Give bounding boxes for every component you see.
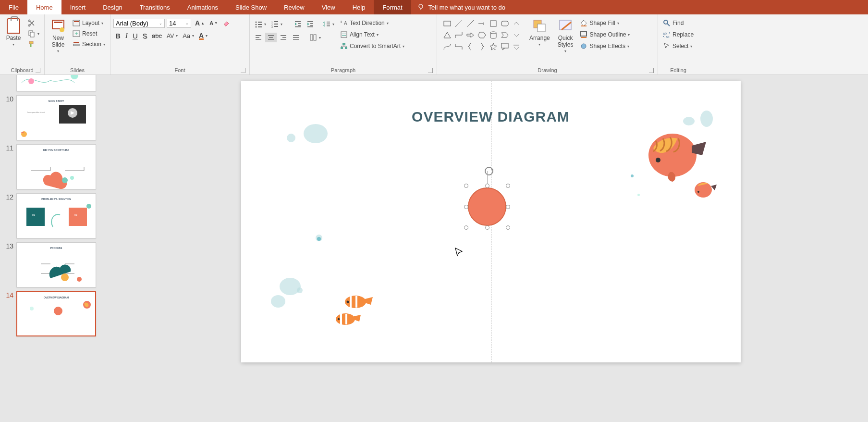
shape-blockarrow-icon[interactable] <box>465 30 475 40</box>
change-case-button[interactable]: Aa▾ <box>181 31 196 40</box>
slide-title-text[interactable]: OVERVIEW DIAGRAM <box>412 109 570 125</box>
slide-thumbnail[interactable] <box>16 75 96 91</box>
tab-slideshow[interactable]: Slide Show <box>227 0 275 14</box>
justify-button[interactable] <box>290 33 302 42</box>
replace-button[interactable]: abac Replace <box>661 30 696 39</box>
underline-button[interactable]: U <box>131 31 140 41</box>
font-size-select[interactable]: 14⌄ <box>167 19 191 28</box>
font-name-select[interactable]: Arial (Body)⌄ <box>113 19 165 28</box>
quick-styles-button[interactable]: Quick Styles▾ <box>555 16 576 55</box>
character-spacing-button[interactable]: AV▾ <box>165 32 180 40</box>
italic-button[interactable]: I <box>123 31 130 41</box>
bold-button[interactable]: B <box>113 31 122 41</box>
shape-star-icon[interactable] <box>489 42 498 51</box>
tab-help[interactable]: Help <box>344 0 374 14</box>
resize-handle[interactable] <box>464 184 468 188</box>
slide-thumbnail-12[interactable]: PROBLEM VS. SOLUTION 0102 <box>16 193 96 238</box>
shape-connector3-icon[interactable] <box>454 42 464 51</box>
shape-connector-icon[interactable] <box>454 30 464 40</box>
numbering-button[interactable]: 123▾ <box>269 19 284 29</box>
slide-thumbnail-10[interactable]: SHOE STORY Lorem ipsum dolor sit amet <box>16 95 96 140</box>
rotate-handle[interactable] <box>483 165 492 174</box>
gallery-more-icon[interactable] <box>512 42 521 51</box>
shape-arrow-icon[interactable] <box>477 19 487 28</box>
dialog-launcher-icon[interactable] <box>649 68 654 73</box>
select-button[interactable]: Select▾ <box>661 41 696 51</box>
bullets-button[interactable]: ▾ <box>253 19 268 29</box>
shape-brace-left-icon[interactable] <box>465 42 475 51</box>
tab-insert[interactable]: Insert <box>61 0 95 14</box>
shape-line2-icon[interactable] <box>465 19 475 28</box>
layout-button[interactable]: Layout▾ <box>71 18 107 28</box>
align-text-button[interactable]: Align Text▾ <box>338 30 406 39</box>
copy-button[interactable]: ▾ <box>26 29 41 38</box>
gallery-scroll-down-icon[interactable] <box>512 30 521 40</box>
slide-thumbnail-13[interactable]: PROCESS <box>16 242 96 287</box>
shadow-button[interactable]: S <box>141 31 149 41</box>
tab-home[interactable]: Home <box>27 0 61 14</box>
dialog-launcher-icon[interactable] <box>241 68 245 73</box>
tab-format[interactable]: Format <box>374 0 411 14</box>
decrease-font-button[interactable]: A▾ <box>208 19 219 27</box>
tab-review[interactable]: Review <box>275 0 313 14</box>
gallery-scroll-up-icon[interactable] <box>512 19 521 28</box>
shape-rect2-icon[interactable] <box>489 19 498 28</box>
cut-button[interactable] <box>26 18 41 28</box>
slide-thumbnail-11[interactable]: DID YOU KNOW THIS? <box>16 144 96 189</box>
shapes-gallery[interactable] <box>440 16 525 55</box>
tab-file[interactable]: File <box>0 0 27 14</box>
shape-brace-right-icon[interactable] <box>477 42 487 51</box>
font-color-button[interactable]: A ▾ <box>197 31 209 41</box>
dialog-launcher-icon[interactable] <box>428 68 433 73</box>
section-button[interactable]: Section▾ <box>71 39 107 49</box>
clear-formatting-button[interactable] <box>221 18 232 28</box>
shape-fill-button[interactable]: Shape Fill▾ <box>578 18 632 28</box>
resize-handle[interactable] <box>506 225 510 230</box>
resize-handle[interactable] <box>506 205 510 209</box>
tab-design[interactable]: Design <box>94 0 131 14</box>
dialog-launcher-icon[interactable] <box>36 68 40 73</box>
format-painter-button[interactable] <box>26 39 41 49</box>
tab-animations[interactable]: Animations <box>179 0 227 14</box>
align-center-button[interactable] <box>265 33 277 42</box>
shape-cylinder-icon[interactable] <box>489 30 498 40</box>
align-left-button[interactable] <box>253 33 264 42</box>
tab-view[interactable]: View <box>313 0 344 14</box>
shape-outline-button[interactable]: Shape Outline▾ <box>578 30 632 39</box>
shape-triangle-icon[interactable] <box>442 30 452 40</box>
slide-canvas[interactable]: OVERVIEW DIAGRAM <box>241 81 741 362</box>
paste-button[interactable]: Paste ▾ <box>3 16 24 49</box>
shape-line-icon[interactable] <box>454 19 464 28</box>
tab-transitions[interactable]: Transitions <box>131 0 179 14</box>
increase-font-button[interactable]: A▴ <box>193 18 206 28</box>
shape-hexagon-icon[interactable] <box>477 30 487 40</box>
slide-thumbnail-panel[interactable]: 10 SHOE STORY Lorem ipsum dolor sit amet… <box>0 75 113 422</box>
selected-oval-shape[interactable] <box>465 185 509 229</box>
find-button[interactable]: Find <box>661 18 696 28</box>
shape-effects-button[interactable]: Shape Effects▾ <box>578 41 632 51</box>
shape-rect-icon[interactable] <box>442 19 452 28</box>
resize-handle[interactable] <box>485 225 489 230</box>
resize-handle[interactable] <box>506 184 510 188</box>
shape-callout-icon[interactable] <box>500 42 510 51</box>
resize-handle[interactable] <box>485 184 489 188</box>
decrease-indent-button[interactable] <box>292 19 304 29</box>
convert-smartart-button[interactable]: Convert to SmartArt▾ <box>338 41 406 51</box>
columns-button[interactable]: ▾ <box>307 33 323 42</box>
reset-button[interactable]: Reset <box>71 29 107 38</box>
line-spacing-button[interactable]: ▾ <box>321 19 336 29</box>
shape-chevron-icon[interactable] <box>500 30 510 40</box>
slide-thumbnail-14[interactable]: OVERVIEW DIAGRAM <box>16 291 96 336</box>
arrange-button[interactable]: Arrange▾ <box>526 16 553 49</box>
new-slide-button[interactable]: New Slide ▾ <box>48 16 69 55</box>
resize-handle[interactable] <box>464 205 468 209</box>
text-direction-button[interactable]: llA Text Direction▾ <box>338 18 406 28</box>
slide-canvas-area[interactable]: OVERVIEW DIAGRAM <box>113 75 868 422</box>
strikethrough-button[interactable]: abc <box>150 31 164 40</box>
shape-curve-icon[interactable] <box>442 42 452 51</box>
shape-roundrect-icon[interactable] <box>500 19 510 28</box>
resize-handle[interactable] <box>464 225 468 230</box>
increase-indent-button[interactable] <box>305 19 316 29</box>
oval-shape[interactable] <box>468 187 506 226</box>
align-right-button[interactable] <box>278 33 289 42</box>
